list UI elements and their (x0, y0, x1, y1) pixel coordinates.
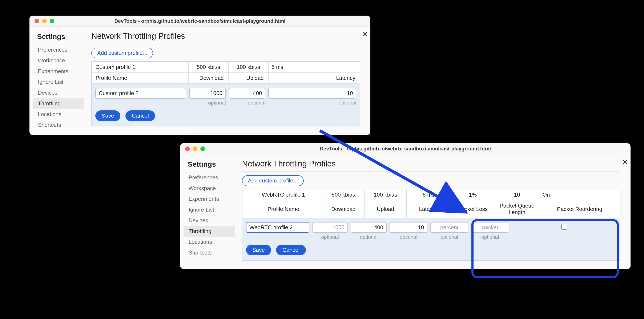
traffic-minimize-icon[interactable] (193, 146, 198, 151)
packet-loss-input[interactable]: percent (430, 222, 468, 233)
sidebar-item-devices[interactable]: Devices (188, 215, 237, 226)
cell-packet-loss: 1% (451, 189, 495, 200)
cell-profile-name: Custom profile 1 (92, 62, 188, 73)
traffic-close-icon[interactable] (34, 19, 39, 23)
profiles-table: WebRTC profile 1 500 kbit/s 100 kbit/s 5… (242, 189, 620, 261)
sidebar-item-locations[interactable]: Locations (37, 109, 86, 120)
col-download: Download (322, 200, 364, 218)
settings-heading: Settings (188, 160, 237, 168)
profile-name-input[interactable]: Custom profile 2 (95, 88, 186, 99)
save-button[interactable]: Save (246, 245, 271, 255)
devtools-window-old: DevTools - orphis.github.io/webrtc-sandb… (30, 16, 370, 135)
download-input[interactable]: 1000 (312, 222, 348, 233)
col-profile-name: Profile Name (92, 73, 188, 84)
hint-upload: optional (229, 100, 266, 106)
col-latency: Latency (406, 200, 451, 218)
table-row[interactable]: Custom profile 1 500 kbit/s 100 kbit/s 5… (92, 62, 360, 73)
sidebar-item-shortcuts[interactable]: Shortcuts (188, 247, 237, 258)
latency-input[interactable]: 10 (390, 222, 428, 233)
hint-packet-queue: optional (471, 234, 509, 240)
traffic-minimize-icon[interactable] (42, 19, 47, 23)
col-packet-loss: Packet Loss (451, 200, 495, 218)
sidebar-item-preferences[interactable]: Preferences (188, 172, 237, 183)
hint-packet-loss: optional (430, 234, 468, 240)
col-upload: Upload (364, 200, 406, 218)
edit-row: Custom profile 2 1000 400 10 optional op… (92, 84, 360, 126)
devtools-window-new: DevTools - orphis.github.io/webrtc-sandb… (180, 143, 630, 269)
hint-latency: optional (268, 100, 356, 106)
page-title: Network Throttling Profiles (242, 159, 620, 172)
latency-input[interactable]: 10 (268, 88, 356, 99)
traffic-close-icon[interactable] (185, 146, 190, 151)
cell-upload: 100 kbit/s (228, 62, 268, 73)
cell-packet-reorder: On (539, 189, 620, 200)
hint-download: optional (312, 234, 348, 240)
col-packet-reorder: Packet Reordering (539, 200, 620, 218)
sidebar-item-ignore-list[interactable]: Ignore List (37, 77, 86, 87)
cell-packet-queue: 10 (495, 189, 539, 200)
sidebar-item-workspace[interactable]: Workspace (188, 183, 237, 194)
cell-download: 500 kbit/s (188, 62, 228, 73)
col-packet-queue: Packet Queue Length (495, 200, 539, 218)
save-button[interactable]: Save (95, 110, 120, 121)
sidebar-item-workspace[interactable]: Workspace (37, 55, 86, 66)
close-icon[interactable]: ✕ (362, 30, 368, 38)
cell-upload: 100 kbit/s (364, 189, 406, 200)
add-custom-profile-button[interactable]: Add custom profile... (91, 48, 153, 58)
titlebar: DevTools - orphis.github.io/webrtc-sandb… (180, 143, 630, 154)
cell-profile-name: WebRTC profile 1 (242, 189, 322, 200)
sidebar-item-experiments[interactable]: Experiments (37, 66, 86, 77)
cancel-button[interactable]: Cancel (126, 110, 155, 121)
cancel-button[interactable]: Cancel (276, 245, 306, 255)
edit-row: WebRTC profile 2 1000 400 10 percent pac… (242, 218, 620, 260)
window-title: DevTools - orphis.github.io/webrtc-sandb… (180, 146, 630, 152)
sidebar-item-shortcuts[interactable]: Shortcuts (37, 120, 86, 130)
upload-input[interactable]: 400 (229, 88, 266, 99)
packet-queue-input[interactable]: packet (471, 222, 509, 233)
window-title: DevTools - orphis.github.io/webrtc-sandb… (30, 18, 370, 24)
page-title: Network Throttling Profiles (91, 32, 360, 44)
sidebar-item-preferences[interactable]: Preferences (37, 45, 86, 55)
add-custom-profile-button[interactable]: Add custom profile... (242, 175, 304, 186)
close-icon[interactable]: ✕ (622, 158, 628, 166)
sidebar-item-throttling[interactable]: Throttling (184, 226, 235, 237)
col-latency: Latency (268, 73, 360, 84)
sidebar-item-throttling[interactable]: Throttling (33, 98, 84, 109)
sidebar-item-experiments[interactable]: Experiments (188, 194, 237, 204)
upload-input[interactable]: 400 (351, 222, 386, 233)
col-upload: Upload (228, 73, 268, 84)
settings-heading: Settings (37, 33, 86, 41)
table-header-row: Profile Name Download Upload Latency Pac… (242, 200, 620, 218)
packet-reorder-checkbox[interactable] (561, 224, 567, 230)
col-profile-name: Profile Name (242, 200, 322, 218)
profiles-table: Custom profile 1 500 kbit/s 100 kbit/s 5… (91, 61, 360, 126)
col-download: Download (188, 73, 228, 84)
table-row[interactable]: WebRTC profile 1 500 kbit/s 100 kbit/s 5… (242, 189, 620, 200)
profile-name-input[interactable]: WebRTC profile 2 (246, 222, 309, 233)
hint-download: optional (189, 100, 226, 106)
sidebar-item-ignore-list[interactable]: Ignore List (188, 204, 237, 215)
titlebar: DevTools - orphis.github.io/webrtc-sandb… (30, 16, 370, 27)
download-input[interactable]: 1000 (189, 88, 226, 99)
cell-latency: 5 ms (406, 189, 451, 200)
table-header-row: Profile Name Download Upload Latency (92, 73, 360, 84)
sidebar-item-locations[interactable]: Locations (188, 237, 237, 247)
traffic-zoom-icon[interactable] (50, 19, 54, 23)
traffic-zoom-icon[interactable] (200, 146, 205, 151)
hint-upload: optional (351, 234, 386, 240)
cell-download: 500 kbit/s (322, 189, 364, 200)
settings-sidebar: Settings Preferences Workspace Experimen… (30, 27, 86, 135)
sidebar-item-devices[interactable]: Devices (37, 87, 86, 98)
settings-sidebar: Settings Preferences Workspace Experimen… (180, 154, 237, 269)
hint-latency: optional (390, 234, 428, 240)
cell-latency: 5 ms (268, 62, 360, 73)
